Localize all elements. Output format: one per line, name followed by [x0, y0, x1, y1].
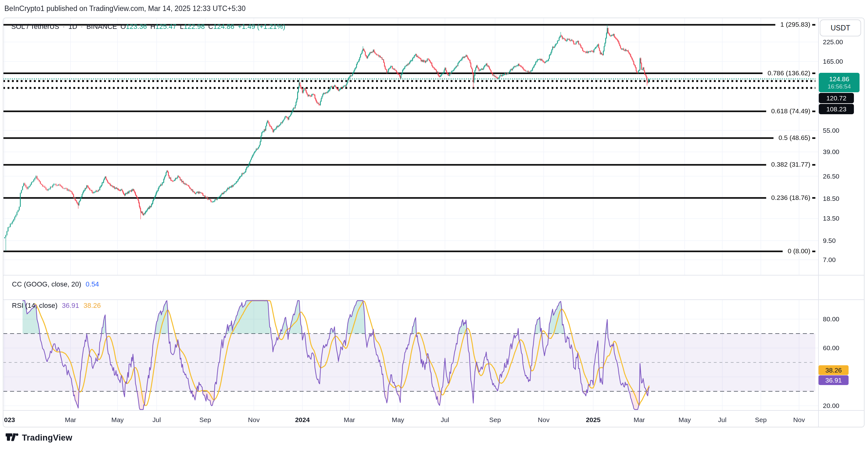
time-axis-tick[interactable]: May	[392, 416, 404, 424]
rsi-ma-badge: 38.26	[818, 365, 848, 375]
time-axis-tick[interactable]: Mar	[65, 416, 76, 424]
ohlc-low: L122.98	[180, 23, 205, 31]
rsi-axis-tick[interactable]: 20.00	[823, 402, 839, 410]
rsi-axis-tick[interactable]: 80.00	[823, 315, 839, 323]
currency-toggle-button[interactable]: USDT	[820, 20, 861, 36]
current-price-badge: 124.86 16:56:54	[819, 73, 860, 92]
time-axis-tick[interactable]: Nov	[248, 416, 259, 424]
time-axis-tick[interactable]: Jul	[718, 416, 727, 424]
time-axis-tick[interactable]: May	[111, 416, 124, 424]
time-axis-tick[interactable]: Mar	[344, 416, 355, 424]
price-axis-tick[interactable]: 165.00	[823, 58, 843, 65]
price-axis-tick[interactable]: 7.00	[823, 256, 836, 263]
time-axis-tick[interactable]: Sep	[489, 416, 501, 424]
time-axis-tick[interactable]: 023	[4, 416, 15, 424]
ohlc-open: O123.36	[120, 23, 147, 31]
chart-canvas[interactable]	[0, 0, 868, 450]
price-axis-tick[interactable]: 18.50	[823, 195, 839, 202]
attribution-header: BeInCrypto1 published on TradingView.com…	[4, 4, 246, 13]
time-axis-tick[interactable]: Jul	[153, 416, 161, 424]
price-axis-tick[interactable]: 26.50	[823, 173, 839, 180]
time-axis-tick[interactable]: Jul	[441, 416, 450, 424]
price-axis-tick[interactable]: 225.00	[823, 38, 843, 46]
rsi-indicator-row[interactable]: RSI (14, close) 36.91 38.26	[12, 302, 101, 310]
fib-level-label: 0.5 (48.65)	[778, 134, 810, 142]
change-label: +1.49 (+1.21%)	[238, 23, 285, 31]
time-axis-tick[interactable]: Nov	[793, 416, 805, 424]
cc-indicator-label[interactable]: CC (GOOG, close, 20)	[12, 280, 81, 288]
cc-indicator-row[interactable]: CC (GOOG, close, 20) 0.54	[12, 280, 99, 288]
price-axis-tick[interactable]: 9.50	[823, 237, 836, 245]
exchange-label: BINANCE	[87, 23, 117, 31]
legend-separator: ·	[81, 23, 83, 31]
tradingview-chart-page: BeInCrypto1 published on TradingView.com…	[0, 0, 868, 450]
alert-price-badge-1: 120.72	[819, 93, 854, 103]
time-axis-tick[interactable]: Sep	[755, 416, 767, 424]
ohlc-high: H125.47	[150, 23, 177, 31]
rsi-axis-tick[interactable]: 60.00	[823, 344, 839, 352]
tradingview-footer[interactable]: TradingView	[6, 432, 72, 443]
time-axis-tick[interactable]: Nov	[538, 416, 549, 424]
fib-level-label: 0.618 (74.49)	[771, 107, 810, 115]
fib-level-label: 0.382 (31.77)	[771, 161, 810, 168]
tradingview-brand-text[interactable]: TradingView	[22, 433, 72, 443]
price-axis-tick[interactable]: 39.00	[823, 148, 839, 156]
time-axis-tick[interactable]: Mar	[633, 416, 645, 424]
cc-indicator-value: 0.54	[86, 280, 99, 288]
time-axis-tick[interactable]: May	[678, 416, 691, 424]
time-axis-tick[interactable]: 2025	[586, 416, 601, 424]
fib-level-label: 0.236 (18.76)	[771, 194, 810, 201]
symbol-name[interactable]: SOL / TetherUS	[11, 23, 59, 31]
interval-label[interactable]: 1D	[68, 23, 77, 31]
time-axis-tick[interactable]: Sep	[199, 416, 211, 424]
fib-level-label: 0 (8.00)	[788, 247, 810, 255]
current-price-value: 124.86	[829, 75, 849, 83]
symbol-legend[interactable]: SOL / TetherUS · 1D · BINANCE O123.36 H1…	[11, 23, 285, 31]
fib-level-label: 1 (295.83)	[780, 21, 810, 28]
legend-separator: ·	[63, 23, 65, 31]
rsi-badge: 36.91	[818, 375, 848, 385]
rsi-value: 36.91	[62, 302, 79, 310]
price-axis-tick[interactable]: 13.50	[823, 215, 839, 222]
rsi-indicator-label[interactable]: RSI (14, close)	[12, 302, 58, 310]
bar-countdown: 16:56:54	[828, 83, 851, 90]
time-axis-tick[interactable]: 2024	[295, 416, 310, 424]
alert-price-badge-2: 108.23	[819, 104, 854, 114]
ohlc-close: C124.86	[208, 23, 235, 31]
fib-level-label: 0.786 (136.62)	[767, 69, 810, 77]
rsi-ma-value: 38.26	[84, 302, 101, 310]
tradingview-logo-icon	[6, 432, 19, 443]
price-axis-tick[interactable]: 55.00	[823, 127, 839, 134]
